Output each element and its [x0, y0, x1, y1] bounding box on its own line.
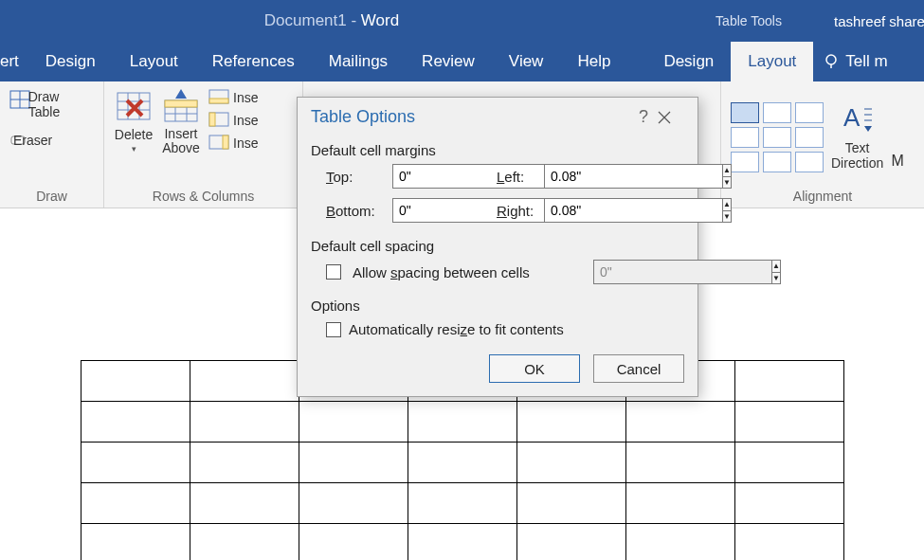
svg-text:A: A [843, 103, 861, 132]
tell-me[interactable]: Tell m [823, 42, 887, 81]
svg-rect-22 [223, 135, 228, 149]
tab-view[interactable]: View [492, 42, 561, 81]
tab-design[interactable]: Design [28, 42, 113, 81]
dialog-close-button[interactable] [658, 111, 686, 124]
text-direction-button[interactable]: A TextDirection [831, 103, 883, 171]
spin-left[interactable]: ▲▼ [544, 164, 631, 189]
tab-help[interactable]: Help [560, 42, 627, 81]
spin-top[interactable]: ▲▼ [392, 164, 480, 189]
tell-me-label: Tell m [845, 52, 887, 71]
align-mid-left[interactable] [731, 127, 759, 148]
dialog-help-button[interactable]: ? [629, 107, 658, 127]
tab-table-layout[interactable]: Layout [731, 42, 813, 81]
input-right[interactable] [544, 198, 722, 223]
align-bot-right[interactable] [795, 152, 824, 172]
align-mid-right[interactable] [795, 127, 824, 148]
section-options-title: Options [311, 298, 684, 314]
input-left[interactable] [544, 164, 722, 189]
align-mid-center[interactable] [763, 127, 791, 148]
eraser-button[interactable]: Eraser [9, 131, 94, 150]
spin-down-icon: ▼ [772, 273, 780, 284]
spin-bottom[interactable]: ▲▼ [392, 198, 480, 223]
alignment-grid[interactable] [731, 102, 824, 172]
lightbulb-icon [823, 53, 840, 70]
spin-up-icon[interactable]: ▲ [723, 165, 731, 177]
draw-table-button[interactable]: Draw Table [9, 87, 94, 121]
text-direction-icon: A [842, 103, 874, 139]
dialog-title: Table Options [311, 107, 629, 127]
tab-mailings[interactable]: Mailings [312, 42, 405, 81]
cell-margins-partial[interactable]: M [891, 105, 904, 170]
insert-left-icon [208, 112, 229, 129]
insert-right-button[interactable]: Inse [208, 133, 258, 154]
label-left: Left: [497, 169, 544, 185]
svg-rect-20 [209, 113, 215, 126]
delete-button[interactable]: Delete ▾ [114, 87, 154, 154]
label-allow-spacing: Allow spacing between cells [353, 264, 530, 280]
doc-name: Document1 [264, 11, 347, 29]
tab-insert-partial[interactable]: ert [0, 42, 28, 81]
table-tools-label: Table Tools [663, 13, 834, 28]
close-icon [658, 111, 671, 124]
group-alignment-label: Alignment [731, 187, 915, 206]
section-spacing-title: Default cell spacing [311, 238, 684, 254]
insert-above-icon [161, 87, 201, 125]
app-name: Word [361, 11, 399, 29]
input-spacing [593, 260, 771, 284]
user-name: tashreef sharee [834, 13, 924, 29]
group-rows-columns-label: Rows & Columns [114, 187, 293, 206]
checkbox-auto-resize[interactable] [326, 322, 341, 337]
spin-up-icon: ▲ [772, 261, 780, 273]
align-bot-center[interactable] [763, 152, 791, 172]
label-right: Right: [497, 203, 544, 219]
group-rows-columns: Delete ▾ InsertAbove Inse [104, 81, 303, 208]
insert-above-button[interactable]: InsertAbove [161, 87, 201, 156]
group-draw-label: Draw [9, 187, 94, 206]
spin-right[interactable]: ▲▼ [544, 198, 631, 223]
group-draw: Draw Table Eraser Draw [0, 81, 104, 208]
tab-review[interactable]: Review [405, 42, 492, 81]
spin-spacing: ▲▼ [593, 260, 680, 284]
tab-table-design[interactable]: Design [646, 42, 731, 81]
svg-rect-16 [165, 100, 197, 107]
insert-below-icon [208, 89, 229, 106]
insert-below-button[interactable]: Inse [208, 87, 258, 108]
group-alignment: A TextDirection M Alignment [720, 81, 924, 208]
spin-down-icon[interactable]: ▼ [723, 211, 731, 223]
table-options-dialog: Table Options ? Default cell margins Top… [297, 97, 698, 397]
spin-down-icon[interactable]: ▼ [723, 177, 731, 189]
align-top-center[interactable] [763, 102, 791, 123]
label-top: Top: [326, 169, 392, 185]
insert-right-icon [208, 135, 229, 152]
ribbon-tabs: ert Design Layout References Mailings Re… [0, 42, 924, 81]
section-margins-title: Default cell margins [311, 142, 684, 158]
delete-icon [114, 87, 154, 125]
titlebar: Document1 - Word Table Tools tashreef sh… [0, 0, 924, 42]
align-top-left[interactable] [731, 102, 759, 123]
cancel-button[interactable]: Cancel [593, 354, 684, 383]
svg-point-0 [826, 55, 836, 64]
label-auto-resize: Automatically resize to fit contents [349, 321, 564, 337]
insert-left-button[interactable]: Inse [208, 110, 258, 131]
dialog-titlebar: Table Options ? [298, 98, 698, 133]
window-title: Document1 - Word [0, 11, 663, 30]
align-top-right[interactable] [795, 102, 824, 123]
svg-rect-18 [209, 99, 228, 103]
dropdown-caret-icon: ▾ [132, 144, 136, 154]
tab-references[interactable]: References [195, 42, 312, 81]
checkbox-allow-spacing[interactable] [326, 264, 341, 280]
tab-layout[interactable]: Layout [113, 42, 195, 81]
ok-button[interactable]: OK [489, 354, 580, 383]
spin-up-icon[interactable]: ▲ [723, 199, 731, 211]
label-bottom: Bottom: [326, 203, 392, 219]
align-bot-left[interactable] [731, 152, 759, 172]
